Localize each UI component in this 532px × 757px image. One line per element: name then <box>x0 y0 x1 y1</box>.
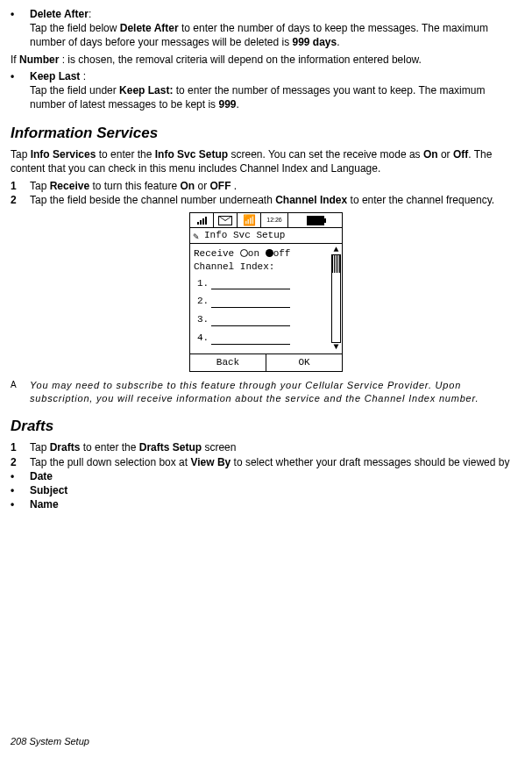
receive-on-label: on <box>248 248 259 259</box>
content: Delete After: Tap the field below Delete… <box>30 7 521 50</box>
step-number: 1 <box>11 440 30 454</box>
heading-information-services: Information Services <box>11 124 521 144</box>
input-underline[interactable] <box>211 298 290 308</box>
mode-off: Off <box>453 148 468 161</box>
field-ref: Keep Last: <box>119 84 173 96</box>
status-bar: 📶 12:26 <box>189 212 343 228</box>
bullet-subject: • Subject <box>11 483 521 497</box>
step-number: 2 <box>11 193 30 207</box>
step-content: Tap Drafts to enter the Drafts Setup scr… <box>30 440 521 454</box>
input-underline[interactable] <box>211 280 290 289</box>
field-ref: Channel Index <box>275 194 347 206</box>
field-ref: Delete After <box>120 22 179 34</box>
receive-row[interactable]: Receive on off <box>194 247 330 261</box>
info-intro: Tap Info Services to enter the Info Svc … <box>11 147 521 175</box>
radio-on-icon[interactable] <box>240 249 248 257</box>
input-underline[interactable] <box>211 317 290 326</box>
text: or <box>195 180 209 192</box>
step-content: Tap the pull down selection box at View … <box>30 455 521 469</box>
scroll-down-icon[interactable]: ▼ <box>333 343 338 352</box>
line-number: 1. <box>197 277 211 290</box>
option-name: Name <box>30 498 59 511</box>
phone-title-bar: Info Svc Setup <box>189 228 343 244</box>
softkey-ok[interactable]: OK <box>266 354 342 371</box>
phone-body: Receive on off Channel Index: 1. 2. 3. 4… <box>189 244 343 354</box>
channel-line-4[interactable]: 4. <box>197 332 330 345</box>
antenna-icon: 📶 <box>238 213 261 227</box>
scroll-thumb[interactable] <box>332 255 340 273</box>
text: or <box>438 148 453 161</box>
scroll-up-icon[interactable]: ▲ <box>333 246 338 254</box>
step-number: 1 <box>11 179 30 193</box>
text: Tap <box>11 148 31 161</box>
channel-index-label: Channel Index: <box>194 261 330 274</box>
bullet-keep-last: • Keep Last : Tap the field under Keep L… <box>11 69 521 112</box>
text: to enter the <box>80 441 138 453</box>
step-content: Tap Receive to turn this feature On or O… <box>30 179 521 193</box>
bullet-dot: • <box>11 497 30 511</box>
content: Name <box>30 497 521 511</box>
phone-screenshot: 📶 12:26 Info Svc Setup Receive on off Ch… <box>11 212 521 372</box>
text: screen <box>202 441 236 453</box>
screen-ref: Info Svc Setup <box>155 148 228 161</box>
receive-off-label: off <box>273 248 291 259</box>
field-ref: View By <box>190 456 231 468</box>
softkey-back[interactable]: Back <box>190 354 266 371</box>
line-number: 2. <box>197 295 211 308</box>
text: to turn this feature <box>89 180 180 192</box>
text: Tap the field under <box>30 84 119 96</box>
pencil-icon <box>193 231 202 239</box>
scroll-track[interactable] <box>331 254 341 343</box>
heading-drafts: Drafts <box>11 417 521 437</box>
phone-title: Info Svc Setup <box>204 229 285 242</box>
channel-line-2[interactable]: 2. <box>197 295 330 308</box>
text: to enter the channel frequency. <box>347 194 494 206</box>
input-underline[interactable] <box>211 335 290 345</box>
drafts-step-1: 1 Tap Drafts to enter the Drafts Setup s… <box>11 440 521 454</box>
mode-off: OFF <box>209 180 231 192</box>
mode-on: On <box>423 148 438 161</box>
option-subject: Subject <box>30 484 67 496</box>
text: Tap the field beside the channel number … <box>30 194 275 206</box>
menu-ref: Drafts <box>50 441 81 453</box>
step-content: Tap the field beside the channel number … <box>30 193 521 207</box>
delete-after-label-line: Delete After: <box>30 7 521 21</box>
bullet-delete-after: • Delete After: Tap the field below Dele… <box>11 7 521 50</box>
text: . <box>231 180 237 192</box>
bullet-dot: • <box>11 7 30 50</box>
if-number-line: If Number : is chosen, the removal crite… <box>11 53 521 67</box>
phone-frame: 📶 12:26 Info Svc Setup Receive on off Ch… <box>189 212 343 372</box>
field-ref: Receive <box>50 180 89 192</box>
subscription-note: A You may need to subscribe to this feat… <box>11 379 521 405</box>
info-step-2: 2 Tap the field beside the channel numbe… <box>11 193 521 207</box>
delete-after-label: Delete After <box>30 8 89 20</box>
scrollbar[interactable]: ▲ ▼ <box>332 246 340 352</box>
text: Tap the pull down selection box at <box>30 456 190 468</box>
softkey-bar: Back OK <box>189 354 343 372</box>
content: Subject <box>30 483 521 497</box>
text: Tap the field below <box>30 22 120 34</box>
clock-value: 12:26 <box>261 213 288 227</box>
text: to select whether your draft messages sh… <box>231 456 509 468</box>
text: If <box>11 54 19 66</box>
option-name: Number <box>19 54 59 66</box>
limit-value: 999 <box>218 98 236 111</box>
text: to enter the <box>96 148 154 161</box>
channel-line-3[interactable]: 3. <box>197 313 330 326</box>
envelope-icon <box>214 213 238 227</box>
screen-ref: Drafts Setup <box>139 441 202 453</box>
limit-value: 999 days <box>293 36 337 48</box>
bullet-dot: • <box>11 483 30 497</box>
battery-icon <box>288 213 342 227</box>
mode-on: On <box>180 180 195 192</box>
keep-last-label-line: Keep Last : <box>30 69 521 83</box>
radio-off-icon[interactable] <box>266 249 273 257</box>
text: . <box>337 36 339 48</box>
info-step-1: 1 Tap Receive to turn this feature On or… <box>11 179 521 193</box>
text: : is chosen, the removal criteria will d… <box>59 54 422 66</box>
bullet-date: • Date <box>11 469 521 483</box>
note-text: You may need to subscribe to this featur… <box>30 379 521 405</box>
text: screen. You can set the receive mode as <box>228 148 423 161</box>
keep-last-body: Tap the field under Keep Last: to enter … <box>30 83 521 111</box>
channel-line-1[interactable]: 1. <box>197 277 330 290</box>
